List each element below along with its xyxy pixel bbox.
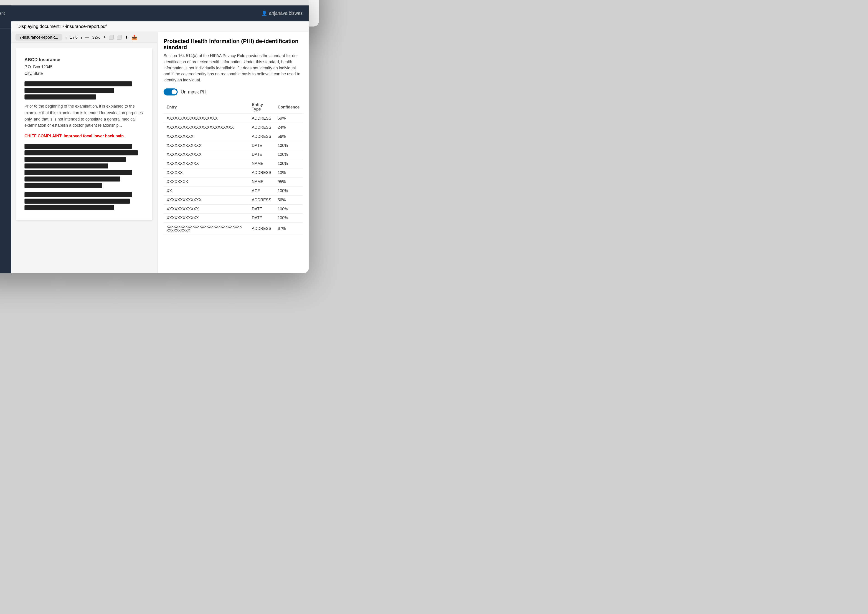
redacted-content bbox=[25, 150, 138, 155]
displaying-label: Displaying document: 7-insurance-report.… bbox=[17, 24, 107, 29]
phi-col-conf: Confidence bbox=[275, 101, 303, 114]
redacted-content bbox=[25, 144, 132, 149]
win4-main: 👤 anjanava.biswas Displaying document: 7… bbox=[11, 5, 309, 273]
redacted-content bbox=[25, 170, 132, 175]
prev-page-button[interactable]: ‹ bbox=[65, 35, 67, 40]
sidebar-item-process[interactable]: Process Documents bbox=[0, 45, 11, 64]
phi-table-row: XXXXXXXXXXXXXXXXXXXXXXXXXXXXXXXX XXXXXXX… bbox=[163, 223, 303, 234]
page-indicator: 1 / 8 bbox=[70, 35, 78, 40]
win4-topbar: 👤 anjanava.biswas bbox=[11, 5, 309, 22]
phi-table-row: XX AGE 100% bbox=[163, 186, 303, 195]
win4-sidebar: aws Intelligent Document Processing (IDP… bbox=[0, 5, 11, 273]
doc-display-bar: Displaying document: 7-insurance-report.… bbox=[11, 22, 309, 32]
phi-table-row: XXXXXXXXXXXXXXXXXXX ADDRESS 69% bbox=[163, 114, 303, 123]
redacted-content bbox=[25, 163, 108, 169]
phi-table-row: XXXXXXXXXXXXXXXXXXXXXXXXX ADDRESS 24% bbox=[163, 123, 303, 132]
phi-table-row: XXXXXXXXXXXX DATE 100% bbox=[163, 214, 303, 223]
redacted-content bbox=[25, 192, 132, 197]
phi-info-panel: Protected Health Information (PHI) de-id… bbox=[157, 32, 309, 273]
app-name: Intelligent Document Processing (IDP) bbox=[0, 11, 6, 22]
redacted-content bbox=[25, 95, 96, 99]
redacted-content bbox=[25, 177, 120, 181]
download-button[interactable]: 📤 bbox=[131, 34, 137, 40]
doc-filename-label: 7-insurance-report-t... bbox=[16, 34, 62, 41]
sidebar-header: aws Intelligent Document Processing (IDP… bbox=[0, 5, 11, 28]
phi-table: Entry Entity Type Confidence XXXXXXXXXXX… bbox=[163, 101, 303, 234]
doc-viewer-panel: 7-insurance-report-t... ‹ 1 / 8 › — 32% … bbox=[11, 32, 157, 273]
sidebar-logo: aws Intelligent Document Processing (IDP… bbox=[0, 11, 6, 22]
redacted-content bbox=[25, 81, 132, 87]
redacted-content bbox=[25, 157, 126, 162]
redacted-content bbox=[25, 88, 114, 93]
user-icon: 👤 bbox=[261, 11, 267, 16]
phi-table-row: XXXXXXXXXXXX NAME 100% bbox=[163, 159, 303, 168]
sidebar-nav: Home Process Documents Analysis Jobs bbox=[0, 28, 11, 81]
sidebar-item-analysis[interactable]: Analysis Jobs bbox=[0, 64, 11, 77]
redacted-content bbox=[25, 205, 114, 210]
doc-page-content: ABCD Insurance P.O. Box 12345 City, Stat… bbox=[16, 48, 152, 220]
phi-table-row: XXXXXXXXXX ADDRESS 56% bbox=[163, 132, 303, 141]
phi-table-row: XXXXXXXXXXXXX DATE 100% bbox=[163, 150, 303, 159]
phi-table-row: XXXXXXXXXXXXX DATE 100% bbox=[163, 141, 303, 150]
win4-titlebar bbox=[0, 0, 309, 5]
zoom-level: 32% bbox=[92, 35, 100, 40]
phi-table-row: XXXXXXXX NAME 95% bbox=[163, 177, 303, 186]
phi-col-type: Entity Type bbox=[249, 101, 275, 114]
doc-display-area: ABCD Insurance P.O. Box 12345 City, Stat… bbox=[11, 43, 157, 273]
phi-deident-window: aws Intelligent Document Processing (IDP… bbox=[0, 0, 309, 273]
phi-table-row: XXXXXX ADDRESS 13% bbox=[163, 168, 303, 177]
next-page-button[interactable]: › bbox=[81, 35, 82, 40]
sidebar-item-home[interactable]: Home bbox=[0, 33, 11, 46]
redacted-content bbox=[25, 199, 130, 204]
user-info: 👤 anjanava.biswas bbox=[261, 11, 303, 16]
doc-toolbar: 7-insurance-report-t... ‹ 1 / 8 › — 32% … bbox=[11, 32, 157, 43]
phi-col-entry: Entry bbox=[163, 101, 249, 114]
unmask-phi-toggle-row: Un-mask PHI bbox=[163, 88, 303, 96]
unmask-phi-toggle[interactable] bbox=[163, 88, 178, 96]
redacted-content bbox=[25, 183, 102, 188]
phi-table-row: XXXXXXXXXXXXX ADDRESS 56% bbox=[163, 195, 303, 205]
phi-table-row: XXXXXXXXXXXX DATE 100% bbox=[163, 205, 303, 214]
